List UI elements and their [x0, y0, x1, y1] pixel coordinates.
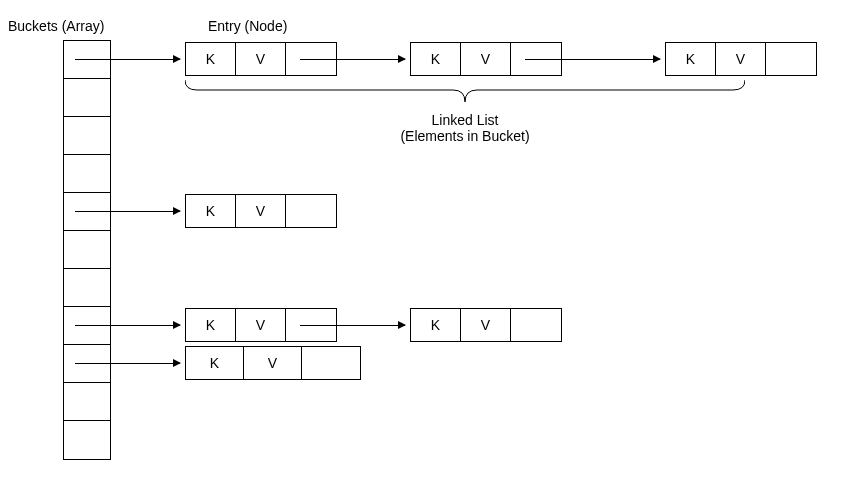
entry-value-cell: V	[236, 195, 286, 227]
bucket-cell	[64, 269, 110, 307]
entry-next-cell	[286, 195, 336, 227]
entry-value-cell: V	[461, 43, 511, 75]
entry-key-cell: K	[411, 43, 461, 75]
bucket-cell	[64, 79, 110, 117]
entry-node-label: Entry (Node)	[208, 18, 287, 34]
entry-node: K V	[185, 194, 337, 228]
entry-key-cell: K	[186, 43, 236, 75]
bucket-cell	[64, 231, 110, 269]
brace-icon	[185, 80, 745, 105]
bucket-cell	[64, 421, 110, 459]
entry-key-cell: K	[666, 43, 716, 75]
entry-next-cell	[766, 43, 816, 75]
entry-key-cell: K	[186, 309, 236, 341]
entry-value-cell: V	[244, 347, 302, 379]
entry-value-cell: V	[461, 309, 511, 341]
entry-value-cell: V	[716, 43, 766, 75]
arrow	[75, 325, 180, 326]
bucket-cell	[64, 193, 110, 231]
buckets-array-label: Buckets (Array)	[8, 18, 104, 34]
bucket-cell	[64, 41, 110, 79]
entry-node: K V	[410, 308, 562, 342]
arrow	[75, 363, 180, 364]
linked-list-line2: (Elements in Bucket)	[355, 128, 575, 144]
entry-next-cell	[511, 309, 561, 341]
bucket-cell	[64, 345, 110, 383]
entry-value-cell: V	[236, 43, 286, 75]
linked-list-caption: Linked List (Elements in Bucket)	[355, 112, 575, 144]
entry-key-cell: K	[186, 195, 236, 227]
bucket-array	[63, 40, 111, 460]
entry-next-cell	[302, 347, 360, 379]
entry-node: K V	[665, 42, 817, 76]
bucket-cell	[64, 383, 110, 421]
arrow	[300, 325, 405, 326]
bucket-cell	[64, 155, 110, 193]
arrow	[75, 59, 180, 60]
arrow	[525, 59, 660, 60]
entry-key-cell: K	[411, 309, 461, 341]
linked-list-line1: Linked List	[355, 112, 575, 128]
entry-value-cell: V	[236, 309, 286, 341]
entry-node: K V	[185, 346, 361, 380]
entry-key-cell: K	[186, 347, 244, 379]
bucket-cell	[64, 307, 110, 345]
bucket-cell	[64, 117, 110, 155]
arrow	[300, 59, 405, 60]
arrow	[75, 211, 180, 212]
